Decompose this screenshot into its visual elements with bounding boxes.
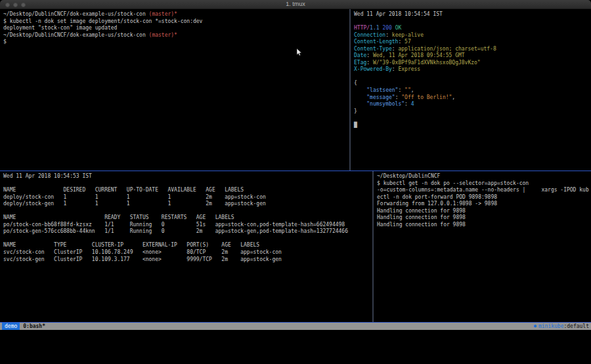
terminal-line: deploy/stock-con 1 1 1 1 2m app=stock-co… [3,194,369,201]
terminal-line [3,235,369,243]
terminal-line: █ [354,122,588,129]
terminal-line [3,180,369,188]
terminal-line: NAME TYPE CLUSTER-IP EXTERNAL-IP PORT(S)… [3,242,369,249]
window-title: 1. tmux [0,1,591,7]
terminal-line: } [354,108,588,115]
terminal-line: X-Powered-By: Express [354,66,588,73]
terminal-line [354,115,588,122]
mouse-pointer-icon [297,49,303,56]
desktop-background: 1. tmux ~/Desktop/DublinCNCF/dok-example… [0,0,591,364]
kube-context-icon: ● [534,323,536,330]
terminal-line: Forwarding from 127.0.0.1:9898 -> 9898 [377,201,588,208]
pane-bottom-right-port-forward[interactable]: ~/Desktop/DublinCNCF$ kubectl get -n dok… [374,171,591,322]
terminal-line: -o=custom-columns=:metadata.name --no-he… [377,187,588,194]
tmux-status-bar: demo 0:bash* ● minikube :default [0,323,591,330]
terminal-line: ~/Desktop/DublinCNCF/dok-example-us/stoc… [3,32,346,39]
terminal-line: $ kubectl get -n dok po --selector=app=s… [377,180,588,188]
terminal-line: Wed 11 Apr 2018 10:54:53 IST [3,173,369,180]
terminal-line: "numsymbols": 4 [354,101,588,108]
terminal-line: "lastseen": "", [354,87,588,94]
terminal-window: 1. tmux ~/Desktop/DublinCNCF/dok-example… [0,0,591,330]
terminal-line: Content-Type: application/json; charset=… [354,46,588,53]
tmux-session-name: demo [2,323,20,330]
pane-top-right-http-response[interactable]: Wed 11 Apr 2018 10:54:54 IST HTTP/1.1 20… [351,9,591,171]
terminal-line: Handling connection for 9898 [377,222,588,229]
pane-bottom-left-kubectl-watch[interactable]: Wed 11 Apr 2018 10:54:53 IST NAME DESIRE… [0,171,372,322]
terminal-line: Handling connection for 9898 [377,214,588,222]
pane-top-left-shell[interactable]: ~/Desktop/DublinCNCF/dok-example-us/stoc… [0,9,349,171]
terminal-line: ~/Desktop/DublinCNCF/dok-example-us/stoc… [3,11,346,18]
terminal-line: po/stock-gen-576cc688bb-44knn 1/1 Runnin… [3,228,369,235]
terminal-line: ~/Desktop/DublinCNCF [377,173,588,180]
window-titlebar[interactable]: 1. tmux [0,0,591,9]
terminal-line: ectl -n dok port-forward POD 9898:9898 [377,194,588,201]
kube-context-namespace: :default [563,323,589,330]
terminal-line [3,208,369,215]
terminal-line [354,73,588,81]
terminal-line: po/stock-con-bb68f88fd-kzsxz 1/1 Running… [3,222,369,229]
terminal-line: HTTP/1.1 200 OK [354,25,588,32]
terminal-line: deploy/stock-gen 1 1 1 1 2m app=stock-ge… [3,201,369,208]
terminal-line: svc/stock-con ClusterIP 10.106.78.249 <n… [3,249,369,256]
terminal-line: Wed 11 Apr 2018 10:54:54 IST [354,11,588,18]
terminal-line: $ [3,39,346,46]
tmux-window-tab[interactable]: 0:bash* [23,323,45,330]
terminal-line [354,18,588,26]
terminal-line: NAME READY STATUS RESTARTS AGE LABELS [3,214,369,222]
terminal-line: "message": "Off to Berlin!", [354,94,588,102]
kube-context-name: minikube [538,323,564,330]
terminal-line: $ kubectl -n dok set image deployment/st… [3,18,346,26]
terminal-line: Date: Wed, 11 Apr 2018 09:54:55 GMT [354,52,588,60]
terminal-line: ETag: W/"39-0xBPf9aF1dXVNkhsxoBQgJ8vKzo" [354,60,588,67]
terminal-line: svc/stock-gen ClusterIP 10.109.3.177 <no… [3,256,369,264]
terminal-line: NAME DESIRED CURRENT UP-TO-DATE AVAILABL… [3,187,369,194]
terminal-line: Connection: keep-alive [354,32,588,39]
terminal-line: Handling connection for 9898 [377,208,588,215]
terminal-line: Content-Length: 57 [354,39,588,46]
terminal-line: { [354,80,588,87]
terminal-line: deployment "stock-con" image updated [3,25,346,32]
